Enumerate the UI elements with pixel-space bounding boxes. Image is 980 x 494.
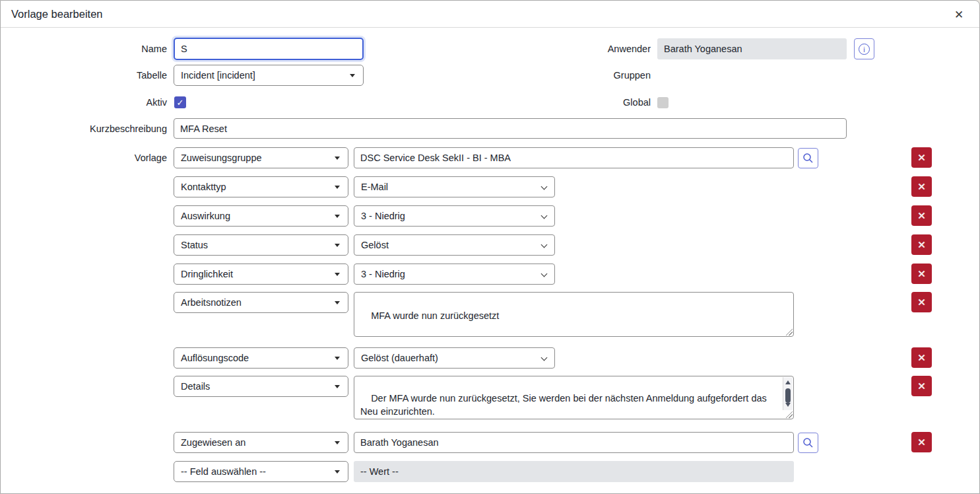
scroll-up-icon[interactable] (785, 380, 791, 384)
chevron-down-icon (350, 74, 355, 77)
chevron-down-icon (335, 357, 340, 360)
chevron-down-icon (335, 273, 340, 276)
remove-row-button[interactable]: ✕ (911, 292, 932, 312)
chevron-down-icon (335, 186, 340, 189)
status-select[interactable]: Gelöst (354, 234, 555, 256)
kurzbeschreibung-label: Kurzbeschreibung (14, 118, 167, 139)
search-icon (802, 437, 814, 448)
chevron-down-icon (335, 215, 340, 218)
remove-row-button[interactable]: ✕ (911, 147, 932, 168)
field-dropdown-dringlichkeit[interactable]: Dringlichkeit (174, 264, 348, 285)
anwender-field: Barath Yoganesan (657, 38, 847, 59)
select-value: Gelöst (dauerhaft) (361, 353, 438, 363)
field-dropdown-status[interactable]: Status (174, 234, 348, 256)
field-dropdown-value: -- Feld auswählen -- (181, 466, 266, 477)
chevron-down-icon (335, 441, 340, 444)
chevron-down-icon (541, 242, 548, 248)
anwender-label: Anwender (519, 38, 651, 59)
field-dropdown-kontakttyp[interactable]: Kontakttyp (174, 176, 348, 197)
search-icon (802, 153, 814, 164)
remove-row-button[interactable]: ✕ (911, 376, 932, 396)
chevron-down-icon (541, 213, 548, 219)
field-dropdown-value: Zugewiesen an (181, 437, 245, 448)
resize-grip-icon[interactable] (785, 328, 793, 335)
select-value: Gelöst (361, 240, 389, 250)
placeholder-value: -- Wert -- (360, 466, 399, 477)
field-dropdown-details[interactable]: Details (174, 376, 348, 397)
field-dropdown-value: Details (181, 381, 210, 392)
details-textarea[interactable]: Der MFA wurde nun zurückgesetzt, Sie wer… (354, 376, 794, 419)
select-value: 3 - Niedrig (361, 211, 405, 221)
dringlichkeit-select[interactable]: 3 - Niedrig (354, 264, 555, 285)
field-dropdown-zuweisungsgruppe[interactable]: Zuweisungsgruppe (174, 147, 348, 168)
textarea-value: Der MFA wurde nun zurückgesetzt, Sie wer… (360, 393, 769, 419)
field-dropdown-arbeitsnotizen[interactable]: Arbeitsnotizen (174, 292, 348, 313)
select-value: E-Mail (361, 182, 388, 192)
field-dropdown-value: Kontakttyp (181, 182, 226, 192)
field-dropdown-value: Zuweisungsgruppe (181, 153, 262, 163)
scrollbar-thumb[interactable] (785, 388, 791, 403)
check-icon: ✓ (177, 98, 184, 108)
resize-grip-icon[interactable] (785, 411, 793, 418)
field-dropdown-auswirkung[interactable]: Auswirkung (174, 205, 348, 227)
edit-template-dialog: Vorlage bearbeiten ✕ Name Tabelle Incide… (0, 0, 980, 494)
kurzbeschreibung-input[interactable] (174, 118, 847, 139)
new-value-placeholder: -- Wert -- (354, 461, 794, 482)
field-dropdown-aufloesungscode[interactable]: Auflösungscode (174, 347, 348, 369)
zugewiesen-an-lookup-button[interactable] (798, 433, 818, 453)
zuweisungsgruppe-reference-input[interactable] (354, 147, 794, 168)
dialog-title: Vorlage bearbeiten (11, 8, 103, 20)
close-icon[interactable]: ✕ (950, 6, 967, 23)
info-icon: i (859, 44, 870, 55)
remove-row-button[interactable]: ✕ (911, 205, 932, 226)
field-dropdown-value: Auflösungscode (181, 353, 249, 363)
tabelle-dropdown-value: Incident [incident] (181, 70, 255, 81)
remove-row-button[interactable]: ✕ (911, 432, 932, 452)
remove-row-button[interactable]: ✕ (911, 264, 932, 284)
chevron-down-icon (335, 385, 340, 388)
details-scrollbar[interactable] (783, 377, 793, 410)
aufloesungscode-select[interactable]: Gelöst (dauerhaft) (354, 347, 555, 369)
chevron-down-icon (541, 271, 548, 277)
field-dropdown-value: Auswirkung (181, 211, 230, 221)
tabelle-dropdown[interactable]: Incident [incident] (174, 65, 364, 86)
field-dropdown-value: Arbeitsnotizen (181, 297, 242, 308)
field-dropdown-value: Status (181, 240, 208, 250)
chevron-down-icon (541, 184, 548, 190)
remove-row-button[interactable]: ✕ (911, 234, 932, 255)
zuweisungsgruppe-lookup-button[interactable] (798, 148, 818, 168)
global-label: Global (519, 92, 651, 113)
aktiv-label: Aktiv (14, 92, 167, 113)
gruppen-label: Gruppen (519, 65, 651, 86)
chevron-down-icon (335, 244, 340, 247)
scroll-down-icon[interactable] (785, 403, 791, 407)
chevron-down-icon (541, 355, 548, 361)
chevron-down-icon (335, 157, 340, 160)
anwender-info-button[interactable]: i (854, 38, 874, 59)
remove-row-button[interactable]: ✕ (911, 176, 932, 197)
auswirkung-select[interactable]: 3 - Niedrig (354, 205, 555, 227)
field-dropdown-value: Dringlichkeit (181, 269, 233, 279)
tabelle-label: Tabelle (14, 65, 167, 86)
kontakttyp-select[interactable]: E-Mail (354, 176, 555, 197)
anwender-value: Barath Yoganesan (664, 44, 742, 54)
name-input[interactable] (174, 38, 364, 60)
select-value: 3 - Niedrig (361, 269, 405, 279)
remove-row-button[interactable]: ✕ (911, 347, 932, 368)
field-dropdown-zugewiesen-an[interactable]: Zugewiesen an (174, 432, 348, 453)
vorlage-label: Vorlage (14, 147, 167, 168)
arbeitsnotizen-textarea[interactable]: MFA wurde nun zurückgesetzt (354, 292, 794, 337)
global-checkbox[interactable] (657, 97, 669, 108)
chevron-down-icon (335, 301, 340, 304)
aktiv-checkbox[interactable]: ✓ (174, 96, 186, 108)
textarea-value: MFA wurde nun zurückgesetzt (371, 310, 499, 321)
name-label: Name (14, 38, 167, 59)
field-dropdown-new[interactable]: -- Feld auswählen -- (174, 461, 348, 482)
zugewiesen-an-reference-input[interactable] (354, 432, 794, 453)
dialog-header: Vorlage bearbeiten ✕ (1, 1, 979, 28)
chevron-down-icon (335, 470, 340, 474)
